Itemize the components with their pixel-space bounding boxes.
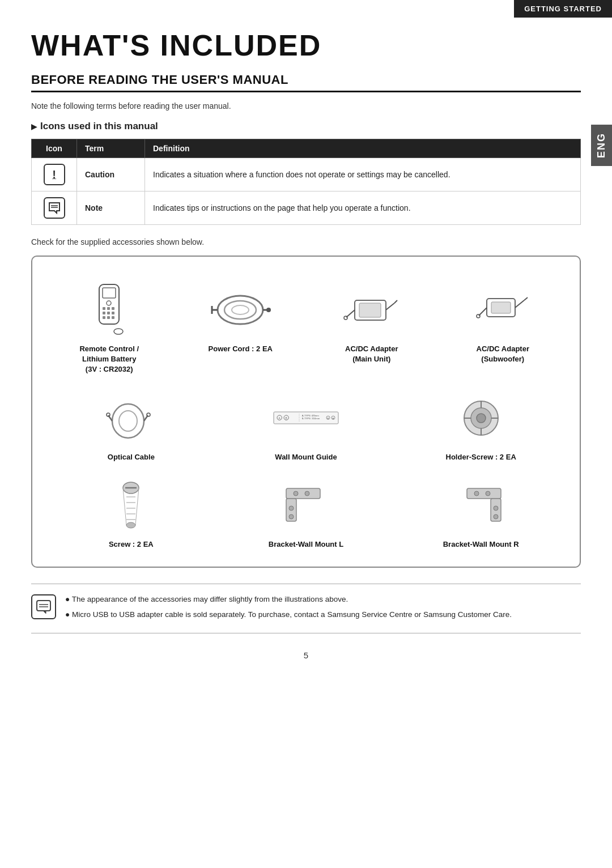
note-box: The appearance of the accessories may di…: [31, 584, 581, 633]
eng-label: ENG: [596, 133, 607, 158]
screw-item: Screw : 2 EA: [44, 468, 219, 555]
svg-point-27: [344, 316, 347, 320]
bracket-r-image: [447, 477, 515, 534]
svg-point-14: [114, 329, 123, 334]
note-bullet-2: Micro USB to USB adapter cable is sold s…: [65, 609, 581, 622]
svg-point-71: [294, 491, 298, 496]
holder-screw-item: Holder-Screw : 2 EA: [393, 381, 568, 468]
svg-point-4: [107, 301, 111, 305]
note-box-icon: [31, 594, 56, 619]
svg-rect-13: [112, 316, 114, 319]
icons-title-label: Icons used in this manual: [40, 121, 158, 132]
svg-line-31: [524, 297, 528, 300]
svg-point-21: [266, 308, 271, 312]
acdc-main-image: [338, 282, 406, 338]
optical-cable-label: Optical Cable: [108, 452, 155, 462]
svg-rect-10: [112, 312, 114, 314]
svg-rect-12: [107, 316, 110, 319]
svg-point-16: [224, 301, 256, 319]
note-box-text: The appearance of the accessories may di…: [65, 593, 581, 624]
svg-rect-9: [107, 312, 110, 314]
icons-table: Icon Term Definition ! Caution Indicates…: [31, 139, 581, 225]
svg-point-72: [305, 491, 309, 496]
remote-control-item: Remote Control / Lithium Battery (3V : C…: [44, 273, 175, 381]
svg-point-54: [477, 414, 486, 423]
table-row: Note Indicates tips or instructions on t…: [32, 192, 581, 225]
svg-point-79: [494, 506, 498, 510]
svg-rect-69: [286, 488, 320, 499]
svg-rect-8: [103, 312, 105, 314]
svg-rect-75: [467, 488, 501, 499]
svg-rect-81: [37, 601, 50, 611]
svg-point-33: [477, 314, 480, 318]
bracket-l-label: Bracket-Wall Mount L: [269, 539, 343, 550]
svg-point-39: [147, 413, 150, 416]
acdc-sub-image: [469, 282, 537, 338]
section-title: BEFORE READING THE USER'S MANUAL: [31, 73, 581, 92]
svg-point-74: [289, 514, 294, 519]
svg-point-17: [232, 305, 249, 314]
svg-line-25: [394, 300, 397, 303]
caution-icon: !: [44, 164, 65, 185]
svg-point-34: [112, 404, 144, 438]
acdc-main-item: AC/DC Adapter (Main Unit): [306, 273, 437, 381]
accessories-box: Remote Control / Lithium Battery (3V : C…: [31, 256, 581, 568]
svg-line-30: [515, 300, 524, 308]
page-title: WHAT'S INCLUDED: [31, 28, 581, 62]
svg-line-24: [386, 303, 394, 310]
note-bullet-1: The appearance of the accessories may di…: [65, 593, 581, 606]
optical-cable-image: [97, 390, 165, 446]
note-term: Note: [77, 192, 145, 225]
table-header-icon: Icon: [32, 139, 77, 158]
caution-icon-cell: !: [32, 158, 77, 192]
bracket-r-item: Bracket-Wall Mount R: [393, 468, 568, 555]
holder-screw-image: [447, 390, 515, 446]
screw-label: Screw : 2 EA: [109, 539, 154, 550]
accessories-row-1: Remote Control / Lithium Battery (3V : C…: [44, 273, 568, 381]
svg-rect-29: [491, 302, 511, 313]
acdc-main-label: AC/DC Adapter (Main Unit): [345, 344, 398, 364]
note-icon: [44, 197, 65, 219]
wall-mount-guide-item: A B A-TYPE: Ø3mm B-TYPE: 350mm B A: [219, 381, 394, 468]
caution-term: Caution: [77, 158, 145, 192]
remote-control-image: [75, 282, 143, 338]
svg-line-26: [346, 310, 355, 317]
svg-point-78: [486, 491, 490, 496]
svg-rect-23: [359, 303, 381, 317]
acdc-sub-label: AC/DC Adapter (Subwoofer): [477, 344, 529, 364]
svg-point-73: [289, 506, 294, 510]
power-cord-image: [206, 282, 274, 338]
intro-text: Note the following terms before reading …: [31, 101, 581, 110]
svg-point-77: [474, 491, 479, 496]
accessories-row-2: Optical Cable A B A-TYPE:: [44, 381, 568, 468]
svg-text:B-TYPE: 350mm: B-TYPE: 350mm: [302, 417, 320, 420]
svg-line-32: [479, 308, 487, 316]
power-cord-item: Power Cord : 2 EA: [175, 273, 307, 381]
eng-tab: ENG: [591, 125, 612, 166]
caution-definition: Indicates a situation where a function d…: [145, 158, 581, 192]
svg-rect-5: [103, 307, 105, 310]
svg-line-61: [135, 488, 139, 525]
power-cord-label: Power Cord : 2 EA: [209, 344, 273, 354]
svg-text:A-TYPE: Ø3mm: A-TYPE: Ø3mm: [302, 414, 320, 417]
svg-text:A: A: [333, 417, 334, 420]
svg-rect-11: [103, 316, 105, 319]
svg-rect-3: [103, 288, 116, 298]
table-row: ! Caution Indicates a situation where a …: [32, 158, 581, 192]
svg-rect-6: [107, 307, 110, 310]
svg-point-35: [119, 411, 137, 431]
bracket-l-item: Bracket-Wall Mount L: [219, 468, 394, 555]
note-icon-cell: [32, 192, 77, 225]
icons-section-title: Icons used in this manual: [31, 121, 581, 132]
accessories-row-3: Screw : 2 EA Bracket-Wall Mount L: [44, 468, 568, 555]
svg-point-67: [126, 522, 135, 528]
wall-mount-guide-label: Wall Mount Guide: [275, 452, 337, 462]
svg-point-80: [494, 514, 498, 519]
svg-text:B: B: [286, 417, 287, 420]
bracket-l-image: [272, 477, 340, 534]
table-header-term: Term: [77, 139, 145, 158]
remote-control-label: Remote Control / Lithium Battery (3V : C…: [79, 344, 139, 375]
check-text: Check for the supplied accessories shown…: [31, 237, 581, 246]
svg-line-60: [123, 488, 126, 525]
acdc-sub-item: AC/DC Adapter (Subwoofer): [437, 273, 569, 381]
